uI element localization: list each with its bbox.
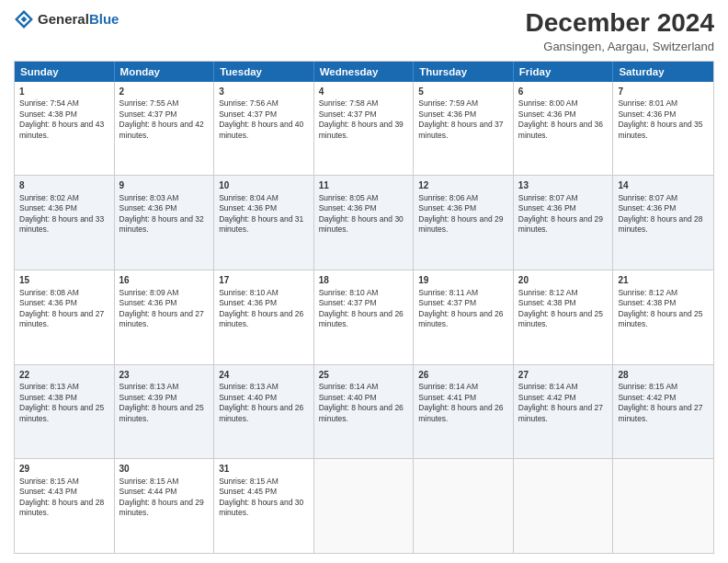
day-number: 21 — [618, 274, 709, 287]
daylight-text: Daylight: 8 hours and 26 minutes. — [219, 309, 303, 328]
calendar-week-row: 1Sunrise: 7:54 AMSunset: 4:38 PMDaylight… — [15, 82, 713, 177]
day-number: 22 — [19, 369, 109, 382]
sunset-text: Sunset: 4:38 PM — [618, 298, 676, 307]
calendar-day-header: Tuesday — [214, 62, 314, 82]
sunrise-text: Sunrise: 8:15 AM — [618, 382, 677, 391]
daylight-text: Daylight: 8 hours and 31 minutes. — [219, 214, 303, 234]
sunrise-text: Sunrise: 7:56 AM — [219, 98, 279, 108]
day-number: 25 — [319, 369, 409, 382]
calendar-cell: 18Sunrise: 8:10 AMSunset: 4:37 PMDayligh… — [314, 270, 415, 364]
sunrise-text: Sunrise: 8:15 AM — [219, 477, 279, 486]
sunset-text: Sunset: 4:43 PM — [19, 487, 77, 496]
day-number: 13 — [518, 179, 609, 192]
daylight-text: Daylight: 8 hours and 26 minutes. — [418, 403, 503, 422]
sunrise-text: Sunrise: 8:11 AM — [418, 288, 478, 297]
sunrise-text: Sunrise: 8:05 AM — [319, 193, 379, 202]
calendar-cell: 2Sunrise: 7:55 AMSunset: 4:37 PMDaylight… — [115, 82, 215, 176]
calendar-cell: 27Sunrise: 8:14 AMSunset: 4:42 PMDayligh… — [514, 365, 614, 459]
sunset-text: Sunset: 4:36 PM — [219, 298, 277, 307]
day-number: 23 — [119, 369, 210, 382]
day-number: 19 — [418, 274, 508, 287]
daylight-text: Daylight: 8 hours and 26 minutes. — [319, 403, 404, 422]
calendar-cell: 28Sunrise: 8:15 AMSunset: 4:42 PMDayligh… — [613, 365, 713, 459]
title-block: December 2024 Gansingen, Aargau, Switzer… — [526, 9, 714, 53]
calendar-cell: 15Sunrise: 8:08 AMSunset: 4:36 PMDayligh… — [15, 270, 115, 364]
calendar-week-row: 29Sunrise: 8:15 AMSunset: 4:43 PMDayligh… — [15, 459, 713, 553]
sunrise-text: Sunrise: 8:01 AM — [618, 98, 677, 108]
day-number: 14 — [618, 179, 709, 192]
day-number: 5 — [418, 86, 508, 98]
sunset-text: Sunset: 4:37 PM — [319, 109, 377, 119]
day-number: 18 — [319, 274, 409, 287]
daylight-text: Daylight: 8 hours and 39 minutes. — [319, 120, 404, 139]
sunrise-text: Sunrise: 8:14 AM — [518, 382, 578, 391]
calendar-cell: 14Sunrise: 8:07 AMSunset: 4:36 PMDayligh… — [613, 176, 713, 270]
calendar-cell: 22Sunrise: 8:13 AMSunset: 4:38 PMDayligh… — [15, 365, 115, 459]
calendar-cell: 3Sunrise: 7:56 AMSunset: 4:37 PMDaylight… — [214, 82, 314, 176]
sunrise-text: Sunrise: 8:12 AM — [618, 288, 677, 297]
calendar-day-header: Saturday — [613, 62, 713, 82]
logo: General Blue — [14, 9, 119, 29]
logo-general: General — [38, 12, 89, 28]
calendar-cell-empty — [613, 459, 713, 553]
sunset-text: Sunset: 4:42 PM — [518, 393, 576, 402]
sunset-text: Sunset: 4:36 PM — [319, 203, 377, 213]
sunset-text: Sunset: 4:36 PM — [518, 109, 576, 119]
day-number: 20 — [518, 274, 609, 287]
calendar-cell-empty — [314, 459, 415, 553]
sunrise-text: Sunrise: 8:13 AM — [219, 382, 279, 391]
daylight-text: Daylight: 8 hours and 26 minutes. — [219, 403, 303, 422]
sunset-text: Sunset: 4:36 PM — [119, 298, 177, 307]
sunset-text: Sunset: 4:44 PM — [119, 487, 177, 496]
sunrise-text: Sunrise: 8:14 AM — [418, 382, 478, 391]
calendar-week-row: 8Sunrise: 8:02 AMSunset: 4:36 PMDaylight… — [15, 176, 713, 270]
sunrise-text: Sunrise: 8:13 AM — [119, 382, 179, 391]
calendar-cell: 24Sunrise: 8:13 AMSunset: 4:40 PMDayligh… — [214, 365, 314, 459]
calendar-cell: 25Sunrise: 8:14 AMSunset: 4:40 PMDayligh… — [314, 365, 415, 459]
calendar-cell: 19Sunrise: 8:11 AMSunset: 4:37 PMDayligh… — [414, 270, 514, 364]
sunset-text: Sunset: 4:42 PM — [618, 393, 676, 402]
daylight-text: Daylight: 8 hours and 25 minutes. — [19, 403, 104, 422]
daylight-text: Daylight: 8 hours and 25 minutes. — [119, 403, 204, 422]
sunset-text: Sunset: 4:37 PM — [418, 298, 476, 307]
calendar-cell: 6Sunrise: 8:00 AMSunset: 4:36 PMDaylight… — [514, 82, 614, 176]
day-number: 11 — [319, 179, 409, 192]
sunrise-text: Sunrise: 8:06 AM — [418, 193, 478, 202]
calendar-day-header: Sunday — [15, 62, 115, 82]
daylight-text: Daylight: 8 hours and 27 minutes. — [518, 403, 603, 422]
day-number: 9 — [119, 179, 210, 192]
sunset-text: Sunset: 4:36 PM — [518, 203, 576, 213]
sunrise-text: Sunrise: 8:10 AM — [319, 288, 379, 297]
daylight-text: Daylight: 8 hours and 27 minutes. — [618, 403, 702, 422]
day-number: 4 — [319, 86, 409, 98]
calendar-cell: 10Sunrise: 8:04 AMSunset: 4:36 PMDayligh… — [214, 176, 314, 270]
calendar-day-header: Friday — [514, 62, 614, 82]
calendar-day-header: Monday — [115, 62, 215, 82]
daylight-text: Daylight: 8 hours and 29 minutes. — [119, 498, 204, 517]
day-number: 26 — [418, 369, 508, 382]
daylight-text: Daylight: 8 hours and 29 minutes. — [418, 214, 503, 234]
sunset-text: Sunset: 4:37 PM — [219, 109, 277, 119]
sunset-text: Sunset: 4:41 PM — [418, 393, 476, 402]
sunset-text: Sunset: 4:38 PM — [518, 298, 576, 307]
subtitle: Gansingen, Aargau, Switzerland — [526, 40, 714, 53]
logo-blue: Blue — [89, 12, 119, 28]
sunset-text: Sunset: 4:36 PM — [418, 203, 476, 213]
calendar-cell: 20Sunrise: 8:12 AMSunset: 4:38 PMDayligh… — [514, 270, 614, 364]
calendar-cell-empty — [514, 459, 614, 553]
calendar-cell: 7Sunrise: 8:01 AMSunset: 4:36 PMDaylight… — [613, 82, 713, 176]
sunrise-text: Sunrise: 8:15 AM — [19, 477, 79, 486]
daylight-text: Daylight: 8 hours and 28 minutes. — [19, 498, 104, 517]
calendar-cell: 1Sunrise: 7:54 AMSunset: 4:38 PMDaylight… — [15, 82, 115, 176]
daylight-text: Daylight: 8 hours and 36 minutes. — [518, 120, 603, 139]
sunrise-text: Sunrise: 8:14 AM — [319, 382, 379, 391]
day-number: 17 — [219, 274, 309, 287]
calendar-cell: 8Sunrise: 8:02 AMSunset: 4:36 PMDaylight… — [15, 176, 115, 270]
sunrise-text: Sunrise: 8:03 AM — [119, 193, 179, 202]
sunrise-text: Sunrise: 8:08 AM — [19, 288, 79, 297]
daylight-text: Daylight: 8 hours and 30 minutes. — [219, 498, 303, 517]
main-title: December 2024 — [526, 9, 714, 38]
day-number: 28 — [618, 369, 709, 382]
calendar-cell: 17Sunrise: 8:10 AMSunset: 4:36 PMDayligh… — [214, 270, 314, 364]
sunset-text: Sunset: 4:36 PM — [618, 203, 676, 213]
